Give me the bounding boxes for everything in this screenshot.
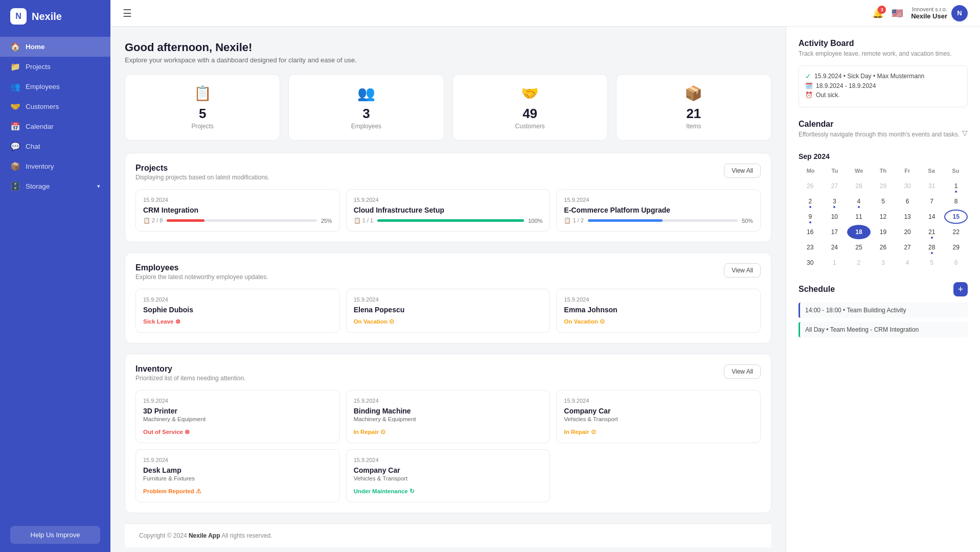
cal-day-2-2[interactable]: 11	[847, 210, 871, 224]
cal-day-1-1[interactable]: 3	[823, 194, 847, 209]
cal-day-num: 6	[906, 198, 909, 205]
cal-day-2-5[interactable]: 14	[920, 210, 944, 224]
cal-day-4-0[interactable]: 23	[799, 240, 822, 255]
activity-range: 18.9.2024 - 18.9.2024	[816, 82, 876, 89]
cal-day-5-0[interactable]: 30	[799, 256, 822, 270]
cal-day-3-5[interactable]: 21	[920, 225, 944, 239]
cal-day-0-1[interactable]: 27	[823, 179, 847, 193]
nav-icon-calendar: 📅	[10, 122, 20, 131]
projects-grid: 15.9.2024 CRM Integration 📋 2 / 8 25% 15…	[135, 189, 761, 232]
cal-day-1-6[interactable]: 8	[944, 194, 968, 209]
cal-day-2-1[interactable]: 10	[823, 210, 847, 224]
inventory-status-1: In Repair ⊙	[354, 428, 385, 435]
cal-day-0-4[interactable]: 30	[896, 179, 919, 193]
cal-day-5-1[interactable]: 1	[823, 256, 847, 270]
calendar-grid: Sep 2024 MoTuWeThFrSaSu 2627282930311234…	[799, 152, 968, 270]
sidebar-item-employees[interactable]: 👥 Employees	[0, 77, 110, 97]
cal-day-3-0[interactable]: 16	[799, 225, 822, 239]
inventory-card-4[interactable]: 15.9.2024 Company Car Vehicles & Transpo…	[346, 449, 551, 502]
cal-day-0-0[interactable]: 26	[799, 179, 822, 193]
language-flag[interactable]: 🇺🇸	[892, 8, 903, 19]
schedule-time-1: All Day • Team Meeting - CRM Integration	[805, 326, 963, 333]
cal-day-0-5[interactable]: 31	[920, 179, 944, 193]
cal-day-4-2[interactable]: 25	[847, 240, 871, 255]
nav-label-home: Home	[26, 43, 45, 51]
cal-day-0-3[interactable]: 29	[872, 179, 895, 193]
cal-day-1-5[interactable]: 7	[920, 194, 944, 209]
inventory-grid: 15.9.2024 3D Printer Machinery & Equipme…	[135, 390, 761, 502]
employee-card-0[interactable]: 15.9.2024 Sophie Dubois Sick Leave ⊗	[135, 289, 340, 333]
schedule-add-button[interactable]: +	[953, 282, 968, 296]
employee-name-1: Elena Popescu	[354, 306, 543, 314]
cal-day-num: 30	[807, 259, 813, 266]
sidebar-logo[interactable]: N Nexile	[0, 0, 110, 33]
project-card-1[interactable]: 15.9.2024 Cloud Infrastructure Setup 📋 1…	[346, 189, 551, 232]
menu-icon[interactable]: ☰	[123, 7, 132, 19]
inventory-card-3[interactable]: 15.9.2024 Desk Lamp Furniture & Fixtures…	[135, 449, 340, 502]
cal-day-2-4[interactable]: 13	[896, 210, 919, 224]
cal-day-3-4[interactable]: 20	[896, 225, 919, 239]
cal-day-1-3[interactable]: 5	[872, 194, 895, 209]
projects-view-all[interactable]: View All	[724, 164, 761, 178]
cal-day-4-6[interactable]: 29	[944, 240, 968, 255]
cal-day-5-3[interactable]: 3	[872, 256, 895, 270]
cal-day-1-0[interactable]: 2	[799, 194, 822, 209]
cal-day-0-2[interactable]: 28	[847, 179, 871, 193]
cal-day-3-6[interactable]: 22	[944, 225, 968, 239]
sidebar-item-projects[interactable]: 📁 Projects	[0, 57, 110, 77]
cal-day-num: 7	[930, 198, 933, 205]
sidebar-item-home[interactable]: 🏠 Home	[0, 37, 110, 57]
schedule-time-0: 14:00 - 18:00 • Team Building Activity	[805, 307, 963, 314]
project-card-0[interactable]: 15.9.2024 CRM Integration 📋 2 / 8 25%	[135, 189, 340, 232]
cal-day-5-2[interactable]: 2	[847, 256, 871, 270]
cal-day-5-6[interactable]: 6	[944, 256, 968, 270]
inventory-card-2[interactable]: 15.9.2024 Company Car Vehicles & Transpo…	[556, 390, 761, 443]
sidebar-item-calendar[interactable]: 📅 Calendar	[0, 117, 110, 136]
cal-day-2-6[interactable]: 15	[944, 210, 968, 224]
cal-day-5-5[interactable]: 5	[920, 256, 944, 270]
cal-day-0-6[interactable]: 1	[944, 179, 968, 193]
inventory-status-2: In Repair ⊙	[564, 428, 596, 435]
inventory-card-0[interactable]: 15.9.2024 3D Printer Machinery & Equipme…	[135, 390, 340, 443]
cal-day-3-3[interactable]: 19	[872, 225, 895, 239]
sidebar-item-inventory[interactable]: 📦 Inventory	[0, 156, 110, 176]
project-card-2[interactable]: 15.9.2024 E-Commerce Platform Upgrade 📋 …	[556, 189, 761, 232]
cal-day-4-1[interactable]: 24	[823, 240, 847, 255]
cal-day-4-4[interactable]: 27	[896, 240, 919, 255]
cal-day-1-2[interactable]: 4	[847, 194, 871, 209]
calendar-filter-icon[interactable]: ▽	[962, 129, 968, 137]
cal-day-5-4[interactable]: 4	[896, 256, 919, 270]
cal-day-num: 8	[954, 198, 958, 205]
project-pct-1: 100%	[528, 218, 542, 224]
cal-day-2-0[interactable]: 9	[799, 210, 822, 224]
inventory-view-all[interactable]: View All	[724, 364, 761, 379]
notification-button[interactable]: 🔔 3	[872, 8, 883, 19]
cal-day-3-1[interactable]: 17	[823, 225, 847, 239]
employee-card-1[interactable]: 15.9.2024 Elena Popescu On Vacation ⊙	[346, 289, 551, 333]
sidebar-item-customers[interactable]: 🤝 Customers	[0, 97, 110, 117]
project-title-1: Cloud Infrastructure Setup	[354, 206, 543, 214]
project-pct-0: 25%	[321, 218, 332, 224]
cal-day-num: 27	[904, 244, 910, 251]
sidebar-item-chat[interactable]: 💬 Chat	[0, 136, 110, 156]
sidebar-item-storage[interactable]: 🗄️ Storage ▾	[0, 176, 110, 196]
employees-view-all[interactable]: View All	[724, 263, 761, 278]
project-bar-1	[377, 219, 524, 222]
cal-day-3-2[interactable]: 18	[847, 225, 871, 239]
cal-day-2-3[interactable]: 12	[872, 210, 895, 224]
employee-date-1: 15.9.2024	[354, 296, 543, 303]
cal-day-num: 29	[953, 244, 960, 251]
cal-day-4-5[interactable]: 28	[920, 240, 944, 255]
employee-card-2[interactable]: 15.9.2024 Emma Johnson On Vacation ⊙	[556, 289, 761, 333]
inventory-date-0: 15.9.2024	[143, 398, 332, 404]
help-button[interactable]: Help Us Improve	[10, 526, 100, 544]
project-date-2: 15.9.2024	[564, 197, 753, 203]
project-title-0: CRM Integration	[143, 206, 332, 214]
inventory-card-1[interactable]: 15.9.2024 Binding Machine Machinery & Eq…	[346, 390, 551, 443]
project-bar-2	[588, 219, 663, 222]
user-info[interactable]: Innovent s.r.o. Nexile User N	[911, 5, 968, 21]
cal-day-4-3[interactable]: 26	[872, 240, 895, 255]
user-avatar: N	[951, 5, 968, 21]
cal-day-1-4[interactable]: 6	[896, 194, 919, 209]
notification-badge: 3	[878, 6, 886, 14]
